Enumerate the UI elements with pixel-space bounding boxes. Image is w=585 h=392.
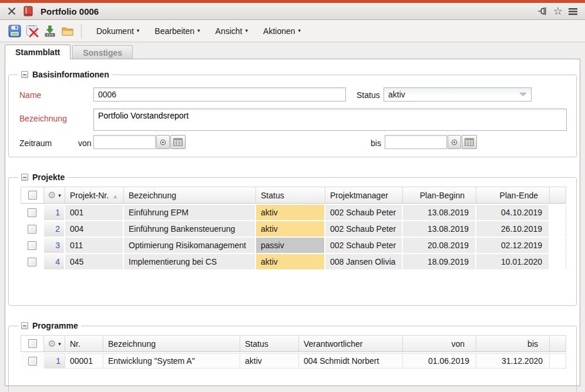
zeitraum-bis-input[interactable] xyxy=(385,135,447,149)
select-all-checkbox[interactable] xyxy=(28,339,37,348)
bis-calendar-button[interactable] xyxy=(462,135,477,149)
title-actions: ☆ xyxy=(537,6,578,16)
column-header-bis[interactable]: bis xyxy=(476,335,550,352)
name-label: Name xyxy=(19,90,41,100)
status-select[interactable]: aktiv xyxy=(384,87,532,102)
programme-table-area: ⚙▾ Nr. Bezeichnung Status Verantwortlich… xyxy=(15,334,570,392)
section-basisinformationen-legend: − Basisinformationen xyxy=(18,70,112,79)
row-checkbox[interactable] xyxy=(28,225,36,234)
projekte-table-area: ⚙▾ Projekt-Nr.▲ Bezeichnung Status Proje… xyxy=(15,185,570,300)
zeitraum-label: Zeitraum xyxy=(19,138,52,148)
row-checkbox[interactable] xyxy=(28,208,36,217)
bis-label: bis xyxy=(371,138,381,148)
column-header-label: Projekt-Nr. xyxy=(70,191,109,200)
save-button[interactable] xyxy=(6,23,23,39)
cell-projekt-nr: 004 xyxy=(65,221,124,236)
bis-today-button[interactable] xyxy=(448,135,461,149)
column-header-nr[interactable]: Nr. xyxy=(65,335,103,352)
column-header-status[interactable]: Status xyxy=(240,335,299,352)
row-checkbox[interactable] xyxy=(28,357,37,366)
menu-aktionen[interactable]: Aktionen ▾ xyxy=(263,26,301,36)
cell-von: 01.06.2019 xyxy=(403,353,476,369)
tab-stammblatt[interactable]: Stammblatt xyxy=(5,45,70,59)
column-header-von[interactable]: von xyxy=(403,335,476,352)
close-icon xyxy=(7,6,16,16)
menu-dokument[interactable]: Dokument ▾ xyxy=(96,26,139,36)
table-row[interactable]: 2 004 Einführung Bankensteuerung aktiv 0… xyxy=(21,221,566,236)
pin-button[interactable] xyxy=(537,6,548,16)
menu-ansicht[interactable]: Ansicht ▾ xyxy=(216,26,248,36)
cell-projekt-nr: 001 xyxy=(65,205,124,220)
table-actions-header[interactable]: ⚙▾ xyxy=(44,187,65,204)
window-menu-button[interactable] xyxy=(568,6,578,16)
column-header-plan-ende[interactable]: Plan-Ende xyxy=(476,187,550,204)
bezeichnung-textarea[interactable]: Portfolio Vorstandsreport xyxy=(93,109,567,131)
select-all-checkbox[interactable] xyxy=(28,191,37,200)
von-today-button[interactable] xyxy=(156,135,170,149)
discard-button[interactable] xyxy=(23,23,41,39)
hamburger-menu-icon xyxy=(568,6,578,16)
close-button[interactable] xyxy=(7,6,16,16)
menu-bearbeiten[interactable]: Bearbeiten ▾ xyxy=(154,26,200,36)
table-actions-header[interactable]: ⚙▾ xyxy=(44,335,65,352)
table-row[interactable]: 4 045 Implementierung bei CS aktiv 008 J… xyxy=(21,254,566,269)
column-header-projekt-nr[interactable]: Projekt-Nr.▲ xyxy=(65,187,124,204)
cell-status: aktiv xyxy=(240,353,299,369)
window-title: Portfolio 0006 xyxy=(41,6,99,16)
import-button[interactable] xyxy=(41,23,59,39)
row-checkbox[interactable] xyxy=(28,241,36,250)
row-checkbox[interactable] xyxy=(28,258,36,266)
toolbar-separator xyxy=(81,24,82,38)
menu-dokument-label: Dokument xyxy=(96,26,134,36)
column-header-verantwortlicher[interactable]: Verantwortlicher xyxy=(299,335,403,352)
collapse-toggle-basisinformationen[interactable]: − xyxy=(21,71,28,78)
collapse-toggle-projekte[interactable]: − xyxy=(21,174,28,181)
select-all-header xyxy=(21,187,44,204)
zeitraum-von-input[interactable] xyxy=(93,135,156,149)
cell-plan-beginn: 13.08.2019 xyxy=(403,205,476,220)
column-header-bezeichnung[interactable]: Bezeichnung xyxy=(103,335,240,352)
pin-icon xyxy=(537,6,548,16)
discard-save-icon xyxy=(26,25,39,38)
status-badge: aktiv xyxy=(256,221,325,236)
column-header-plan-beginn[interactable]: Plan-Beginn xyxy=(403,187,476,204)
cell-plan-ende: 04.10.2019 xyxy=(476,205,550,220)
cell-empty xyxy=(550,254,566,269)
von-calendar-button[interactable] xyxy=(170,135,186,149)
table-row[interactable]: 3 011 Optimierung Risikomanagement passi… xyxy=(21,238,566,253)
portfolio-document-icon xyxy=(23,6,33,16)
tab-sonstiges[interactable]: Sonstiges xyxy=(72,45,133,59)
star-icon: ☆ xyxy=(553,6,563,16)
calendar-icon xyxy=(173,138,183,146)
chevron-down-icon: ▾ xyxy=(298,28,301,33)
projekte-table: ⚙▾ Projekt-Nr.▲ Bezeichnung Status Proje… xyxy=(21,185,566,271)
cell-plan-ende: 26.10.2019 xyxy=(476,221,550,236)
row-number-link[interactable]: 1 xyxy=(56,356,60,366)
section-projekte: − Projekte ⚙▾ Projekt-Nr.▲ Bezeichnung S… xyxy=(8,173,577,306)
name-input[interactable] xyxy=(93,87,346,102)
toolbar: Dokument ▾ Bearbeiten ▾ Ansicht ▾ Aktion… xyxy=(0,20,585,42)
row-number-link[interactable]: 4 xyxy=(55,257,60,266)
column-header-projektmanager[interactable]: Projektmanager xyxy=(325,187,403,204)
cell-empty xyxy=(550,238,566,253)
basisinformationen-form: Name Status aktiv Bezeichnung Portfolio … xyxy=(15,83,570,152)
open-folder-button[interactable] xyxy=(59,23,76,39)
column-header-bezeichnung[interactable]: Bezeichnung xyxy=(124,187,256,204)
cell-nr: 00001 xyxy=(65,353,103,369)
table-row[interactable]: 1 00001 Entwicklung "System A" aktiv 004… xyxy=(21,353,566,369)
collapse-toggle-programme[interactable]: − xyxy=(21,322,28,329)
menu-ansicht-label: Ansicht xyxy=(216,26,243,36)
von-label: von xyxy=(78,138,92,148)
row-number-link[interactable]: 3 xyxy=(55,241,60,250)
column-header-status[interactable]: Status xyxy=(256,187,325,204)
row-number-link[interactable]: 2 xyxy=(55,224,60,234)
table-row[interactable]: 1 001 Einführung EPM aktiv 002 Schaub Pe… xyxy=(21,205,566,220)
row-number-link[interactable]: 1 xyxy=(55,208,60,217)
favorite-button[interactable]: ☆ xyxy=(553,6,563,16)
cell-bis: 31.12.2020 xyxy=(476,353,550,369)
section-programme-title: Programme xyxy=(32,321,78,330)
cell-bezeichnung: Einführung Bankensteuerung xyxy=(124,221,256,236)
cell-projektmanager: 002 Schaub Peter xyxy=(325,205,403,220)
programme-header-row: ⚙▾ Nr. Bezeichnung Status Verantwortlich… xyxy=(21,335,566,352)
bezeichnung-label: Bezeichnung xyxy=(19,114,67,123)
